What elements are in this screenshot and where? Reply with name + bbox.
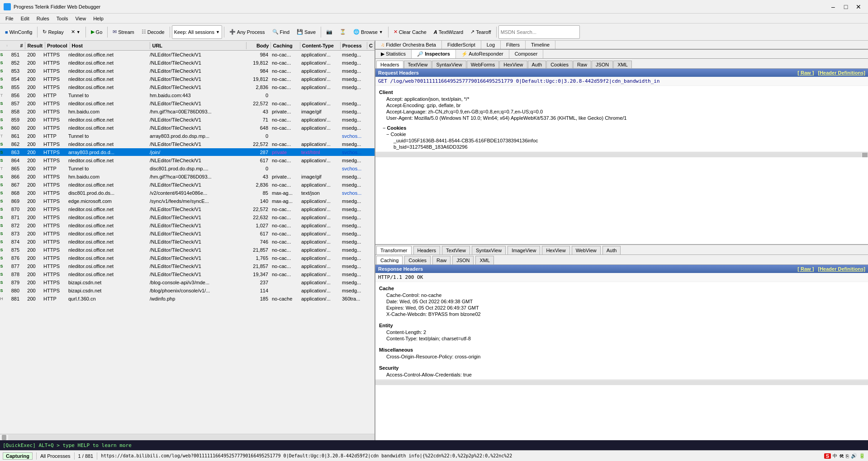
col-c[interactable]: C	[367, 42, 375, 49]
table-row[interactable]: S 879 200 HTTPS bizapi.csdn.net /blog-co…	[0, 278, 375, 287]
cookies-expand-icon[interactable]: −	[383, 125, 385, 131]
resp-tab-textview[interactable]: TextView	[442, 246, 470, 254]
table-row[interactable]: T 856 200 HTTP Tunnel to hm.baidu.com:44…	[0, 91, 375, 99]
col-process[interactable]: Process	[341, 42, 367, 49]
resp-tab-webview[interactable]: WebView	[572, 246, 601, 254]
maximize-button[interactable]: □	[840, 2, 852, 11]
screenshot-button[interactable]: 📷	[323, 25, 336, 39]
resp-tab-headers[interactable]: Headers	[413, 246, 441, 254]
col-host[interactable]: Host	[70, 42, 151, 49]
req-tab-hexview[interactable]: HexView	[499, 61, 527, 68]
resp-tab-transformer[interactable]: Transformer	[376, 246, 412, 254]
table-row[interactable]: S 857 200 HTTPS nleditor.osi.office.net …	[0, 99, 375, 108]
x-dropdown-button[interactable]: ✕ ▼	[68, 25, 84, 39]
menu-help[interactable]: Help	[90, 15, 107, 22]
winconfig-button[interactable]: ■ WinConfig	[2, 25, 35, 39]
table-row[interactable]: S 878 200 HTTPS nleditor.osi.office.net …	[0, 270, 375, 278]
req-hscroll[interactable]	[375, 152, 868, 157]
table-row[interactable]: S 852 200 HTTPS nleditor.osi.office.net …	[0, 59, 375, 67]
req-tab-syntaxview[interactable]: SyntaxView	[432, 61, 466, 68]
col-url[interactable]: URL	[150, 42, 246, 49]
table-row[interactable]: S 876 200 HTTPS nleditor.osi.office.net …	[0, 254, 375, 262]
table-row[interactable]: S 862 200 HTTPS nleditor.osi.office.net …	[0, 140, 375, 148]
col-protocol[interactable]: Protocol	[45, 42, 70, 49]
menu-file[interactable]: File	[2, 15, 17, 22]
table-row[interactable]: S 869 200 HTTPS edge.microsoft.com /sync…	[0, 197, 375, 205]
col-caching[interactable]: Caching	[271, 42, 300, 49]
req-tab-cookies[interactable]: Cookies	[546, 61, 573, 68]
sessions-hscroll[interactable]	[0, 434, 375, 440]
resp-tab-hexview[interactable]: HexView	[542, 246, 569, 254]
table-row[interactable]: H 881 200 HTTP qurl.f.360.cn /wdinfo.php…	[0, 295, 375, 303]
clear-cache-button[interactable]: ✕ Clear Cache	[390, 25, 430, 39]
table-row[interactable]: S 858 200 HTTPS hm.baidu.com /hm.gif?hca…	[0, 108, 375, 116]
table-row[interactable]: S 877 200 HTTPS nleditor.osi.office.net …	[0, 262, 375, 270]
table-row[interactable]: S 859 200 HTTPS nleditor.osi.office.net …	[0, 116, 375, 124]
table-row[interactable]: S 863 200 HTTPS array803.prod.do.d... /j…	[0, 148, 375, 156]
tab-fiddlerscript[interactable]: FiddlerScript	[442, 41, 481, 49]
tab-filters[interactable]: Filters	[501, 41, 526, 49]
req-tab-textview[interactable]: TextView	[404, 61, 432, 68]
table-row[interactable]: S 851 200 HTTPS nleditor.osi.office.net …	[0, 51, 375, 59]
table-row[interactable]: S 873 200 HTTPS nleditor.osi.office.net …	[0, 230, 375, 238]
col-num[interactable]: #	[7, 42, 25, 49]
keep-sessions-dropdown[interactable]: Keep: All sessions ▼	[172, 25, 222, 39]
table-row[interactable]: S 874 200 HTTPS nleditor.osi.office.net …	[0, 238, 375, 246]
req-tab-headers[interactable]: Headers	[376, 61, 403, 68]
tab-autoresponder[interactable]: ⚡ AutoResponder	[456, 50, 509, 58]
any-process-button[interactable]: ➕ Any Process	[226, 25, 268, 39]
req-tab-json[interactable]: JSON	[592, 61, 613, 68]
table-row[interactable]: S 868 200 HTTPS disc801.prod.do.ds... /v…	[0, 189, 375, 197]
msdn-search-input[interactable]	[498, 25, 580, 39]
resp-tab-auth[interactable]: Auth	[602, 246, 621, 254]
cookie-expand-icon[interactable]: −	[386, 132, 389, 137]
table-row[interactable]: S 855 200 HTTPS nleditor.osi.office.net …	[0, 83, 375, 91]
table-row[interactable]: S 853 200 HTTPS nleditor.osi.office.net …	[0, 67, 375, 75]
menu-edit[interactable]: Edit	[17, 15, 33, 22]
table-row[interactable]: S 864 200 HTTPS nleditor.osi.office.net …	[0, 156, 375, 165]
resp-raw-link[interactable]: [ Raw ]	[797, 266, 814, 272]
find-button[interactable]: 🔍 Find	[269, 25, 293, 39]
resp-header-def-link[interactable]: [Header Definitions]	[818, 266, 865, 272]
tab-log[interactable]: Log	[481, 41, 501, 49]
resp-tab-cookies[interactable]: Cookies	[404, 256, 431, 264]
tab-composer[interactable]: Composer	[509, 50, 544, 58]
minimize-button[interactable]: –	[827, 2, 839, 11]
table-row[interactable]: S 880 200 HTTPS bizapi.csdn.net /blog/ph…	[0, 287, 375, 295]
req-header-def-link[interactable]: [Header Definitions]	[818, 70, 865, 75]
col-body[interactable]: Body	[247, 42, 271, 49]
go-button[interactable]: ▶ Go	[88, 25, 106, 39]
table-row[interactable]: S 860 200 HTTPS nleditor.osi.office.net …	[0, 124, 375, 132]
table-row[interactable]: T 861 200 HTTP Tunnel to array803.prod.d…	[0, 132, 375, 140]
browse-button[interactable]: 🌐 Browse ▼	[350, 25, 386, 39]
col-content-type[interactable]: Content-Type	[300, 42, 341, 49]
table-row[interactable]: T 865 200 HTTP Tunnel to disc801.prod.do…	[0, 165, 375, 173]
decode-button[interactable]: ☷ Decode	[138, 25, 168, 39]
req-raw-link[interactable]: [ Raw ]	[797, 70, 814, 75]
tab-fiddler-orchestra[interactable]: ♫ Fiddler Orchestra Beta	[375, 41, 442, 49]
req-tab-auth[interactable]: Auth	[528, 61, 546, 68]
menu-rules[interactable]: Rules	[33, 15, 53, 22]
resp-hscroll[interactable]	[375, 380, 868, 385]
req-tab-xml[interactable]: XML	[613, 61, 632, 68]
resp-tab-syntaxview[interactable]: SyntaxView	[472, 246, 506, 254]
menu-view[interactable]: View	[72, 15, 90, 22]
req-tab-raw[interactable]: Raw	[573, 61, 591, 68]
tab-timeline[interactable]: Timeline	[526, 41, 555, 49]
close-button[interactable]: ✕	[853, 2, 864, 11]
resp-tab-caching[interactable]: Caching	[376, 256, 403, 264]
req-tab-webforms[interactable]: WebForms	[467, 61, 499, 68]
table-row[interactable]: S 871 200 HTTPS nleditor.osi.office.net …	[0, 213, 375, 221]
resp-tab-xml[interactable]: XML	[475, 256, 494, 264]
timer-button[interactable]: ⏳	[337, 25, 349, 39]
tab-statistics[interactable]: ▶ Statistics	[375, 50, 412, 58]
table-row[interactable]: S 854 200 HTTPS nleditor.osi.office.net …	[0, 75, 375, 83]
tab-inspectors[interactable]: 🔎 Inspectors	[412, 50, 456, 58]
capturing-button[interactable]: Capturing	[3, 452, 33, 460]
menu-tools[interactable]: Tools	[53, 15, 72, 22]
table-row[interactable]: S 872 200 HTTPS nleditor.osi.office.net …	[0, 221, 375, 230]
text-wizard-button[interactable]: A TextWizard	[431, 25, 466, 39]
sessions-body[interactable]: S 851 200 HTTPS nleditor.osi.office.net …	[0, 51, 375, 434]
tearoff-button[interactable]: ↗ Tearoff	[467, 25, 494, 39]
col-result[interactable]: Result	[25, 42, 46, 49]
